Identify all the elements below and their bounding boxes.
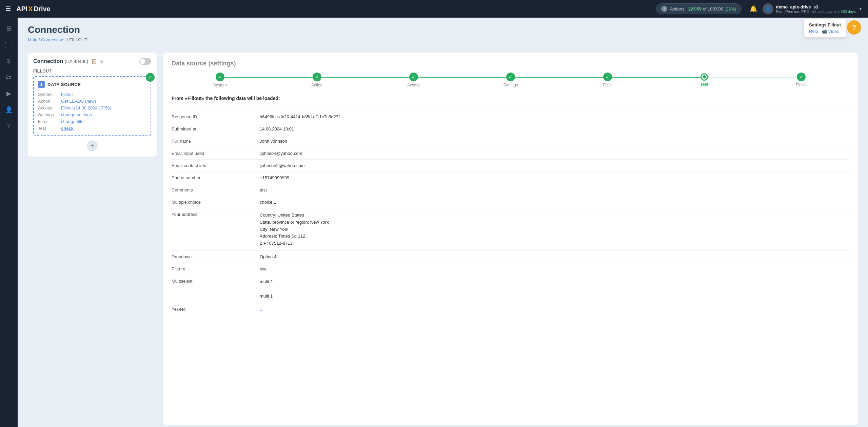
ds-key-settings: Settings	[38, 112, 58, 117]
data-key: Submitted at	[172, 126, 260, 131]
table-row: Response ID b6496fce-db20-4414-b85d-df11…	[172, 111, 850, 123]
ds-row-system: System Fillout	[38, 92, 146, 97]
data-key: Email contact info	[172, 163, 260, 168]
step-label-access: Access	[407, 83, 420, 87]
data-value: Option 4	[260, 254, 850, 259]
data-value: test	[260, 187, 850, 192]
data-key: Dropdown	[172, 254, 260, 259]
data-key: Multiple choice	[172, 200, 260, 205]
help-button[interactable]: ?	[847, 20, 861, 35]
table-row: Your address Country: United States Stat…	[172, 208, 850, 251]
step-settings: ✓ Settings	[462, 73, 559, 87]
main-wrapper: Connection Main / Connections / FILLOUT …	[18, 18, 868, 427]
sidebar: ⊞ ⋮⋮ $ 🗂 ▶ 👤 ?	[0, 18, 18, 427]
logo-x: X	[28, 5, 33, 13]
data-key: Picture	[172, 266, 260, 271]
page-title: Connection	[28, 24, 858, 35]
sidebar-item-profile[interactable]: 👤	[2, 103, 16, 117]
step-finish: ✓ Finish	[753, 73, 850, 87]
step-label-action: Action	[311, 83, 322, 87]
user-name: demo_apix-drive_s3	[776, 4, 856, 9]
ds-val-action[interactable]: Get LEADS (new)	[61, 99, 96, 104]
copy-icon[interactable]: 📋	[91, 59, 97, 64]
data-value: 14.08.2024 18:01	[260, 126, 850, 131]
data-key: Comments	[172, 187, 260, 192]
table-row: Full name John Johnson	[172, 135, 850, 147]
ds-val-access[interactable]: Fillout (14.08.2024 17:59)	[61, 105, 111, 110]
ds-val-test[interactable]: check	[61, 126, 74, 131]
step-test[interactable]: Test	[656, 73, 753, 87]
actions-count: 22'059 of 100'000 (22%)	[688, 6, 736, 12]
ds-val-settings[interactable]: change settings	[61, 112, 92, 117]
user-days: 283 days	[841, 9, 856, 14]
table-row: Multiple choice choice 1	[172, 196, 850, 208]
ds-row-filter: Filter change filter	[38, 119, 146, 124]
connection-card-title: Connection (ID: 48486)	[33, 58, 88, 64]
step-label-settings: Settings	[503, 83, 518, 87]
step-circle-access: ✓	[409, 73, 418, 81]
ds-val-filter[interactable]: change filter	[61, 119, 85, 124]
user-plan: Plan |Premium PRO| left until payment 28…	[776, 9, 856, 14]
sidebar-item-billing[interactable]: $	[2, 54, 16, 68]
sidebar-item-video[interactable]: ▶	[2, 87, 16, 100]
user-area[interactable]: 👤 demo_apix-drive_s3 Plan |Premium PRO| …	[763, 3, 863, 14]
table-row: Comments test	[172, 184, 850, 196]
data-value: jjohnson2@yahoo.com	[260, 163, 850, 168]
ds-fields: System Fillout Action Get LEADS (new) Ac…	[38, 92, 146, 131]
data-key: Phone number	[172, 175, 260, 180]
actions-total: of 100'000	[703, 6, 725, 12]
menu-icon[interactable]: ☰	[5, 5, 11, 13]
sidebar-item-connections[interactable]: ⋮⋮	[2, 38, 16, 52]
info-icon: i	[661, 6, 667, 12]
data-value: jjohnson@yahoo.com	[260, 151, 850, 156]
table-row: Multiselest multi 2multi 1	[172, 275, 850, 303]
ds-title: DATA SOURCE	[47, 82, 81, 87]
ds-key-test: Test	[38, 126, 58, 131]
data-key: Full name	[172, 139, 260, 144]
breadcrumb-current: FILLOUT	[69, 37, 87, 42]
breadcrumb-main[interactable]: Main	[28, 37, 37, 42]
sidebar-item-tasks[interactable]: 🗂	[2, 70, 16, 84]
user-info: demo_apix-drive_s3 Plan |Premium PRO| le…	[776, 4, 856, 14]
page-header: Connection Main / Connections / FILLOUT	[18, 18, 868, 46]
ds-key-action: Action	[38, 99, 58, 104]
top-navigation: ☰ API X Drive i Actions: 22'059 of 100'0…	[0, 0, 868, 18]
table-row: Dropdown Option 4	[172, 251, 850, 263]
data-value: choice 1	[260, 200, 850, 205]
help-link[interactable]: Help	[809, 29, 818, 34]
table-row: Email input used jjohnson@yahoo.com	[172, 147, 850, 160]
data-key: Yes\No	[172, 307, 260, 312]
ds-val-system[interactable]: Fillout	[61, 92, 73, 97]
step-action: ✓ Action	[269, 73, 366, 87]
data-key: Email input used	[172, 151, 260, 156]
logo-api: API	[16, 5, 27, 13]
bell-icon[interactable]: 🔔	[750, 5, 757, 13]
table-row: Yes\No 1	[172, 303, 850, 315]
step-label-test: Test	[701, 82, 709, 87]
step-circle-test	[701, 73, 708, 81]
logo: API X Drive	[16, 5, 51, 13]
step-label-filter: Filter	[603, 83, 612, 87]
video-link[interactable]: 📹 Video	[822, 29, 840, 34]
breadcrumb: Main / Connections / FILLOUT	[28, 37, 858, 42]
breadcrumb-connections[interactable]: Connections	[41, 37, 65, 42]
sidebar-item-help[interactable]: ?	[2, 119, 16, 133]
chevron-down-icon: ▼	[859, 6, 863, 11]
gear-icon[interactable]: ⚙	[100, 59, 104, 64]
data-value: multi 2multi 1	[260, 279, 850, 300]
ds-key-system: System	[38, 92, 58, 97]
data-value: +15749999999	[260, 175, 850, 180]
data-value: John Johnson	[260, 139, 850, 144]
actions-pill: i Actions: 22'059 of 100'000 (22%)	[656, 3, 742, 14]
ds-row-access: Access Fillout (14.08.2024 17:59)	[38, 105, 146, 110]
data-table-header: From «Fillout» the following data will b…	[172, 96, 850, 105]
add-button[interactable]: +	[87, 140, 98, 151]
actions-pct: (22%)	[725, 6, 736, 12]
sidebar-item-dashboard[interactable]: ⊞	[2, 22, 16, 35]
help-tooltip-title: Settings Fillout	[809, 22, 841, 27]
step-circle-action: ✓	[313, 73, 321, 81]
toggle-switch[interactable]	[139, 58, 151, 65]
data-source-box: ✓ 1 DATA SOURCE System Fillout Action Ge…	[33, 76, 151, 136]
step-circle-system: ✓	[216, 73, 224, 81]
data-source-badge: ✓	[146, 73, 155, 82]
